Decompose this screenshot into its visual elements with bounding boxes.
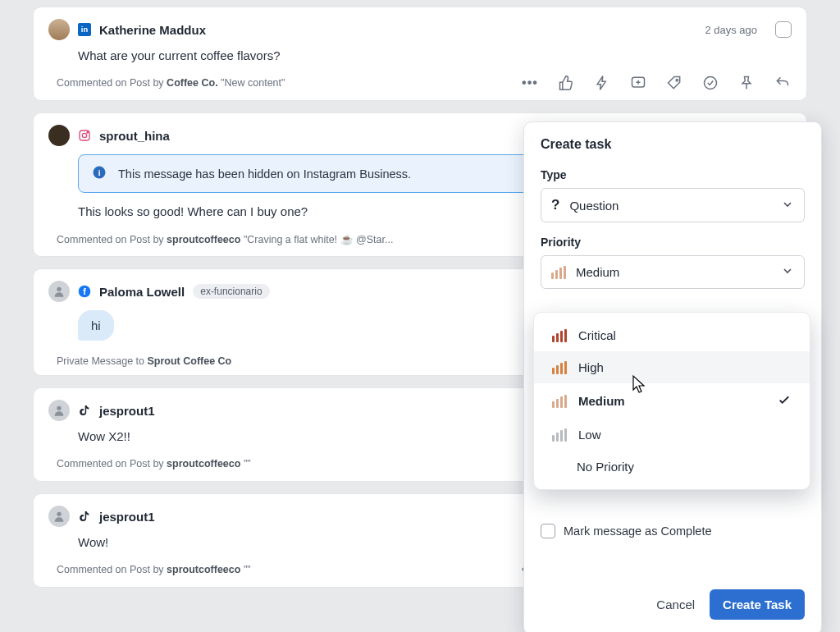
option-label: High: [578, 360, 604, 374]
meta-prefix: Commented on Post by: [57, 458, 167, 469]
svg-text:i: i: [98, 168, 101, 177]
priority-option-low[interactable]: Low: [534, 419, 810, 451]
author-name[interactable]: jesprout1: [99, 404, 155, 418]
priority-option-medium[interactable]: Medium: [534, 383, 810, 419]
type-label: Type: [541, 168, 805, 181]
option-label: Medium: [578, 394, 625, 408]
action-bar: •••: [521, 74, 792, 92]
panel-title: Create task: [541, 137, 805, 152]
tag-icon[interactable]: [665, 74, 683, 92]
svg-point-4: [705, 77, 717, 89]
svg-point-3: [676, 79, 678, 81]
chat-bubble: hi: [78, 310, 114, 341]
svg-point-6: [82, 133, 86, 137]
meta-quote: "": [240, 458, 250, 469]
chevron-down-icon: [781, 264, 794, 280]
avatar: [48, 281, 70, 302]
author-name[interactable]: Katherine Maddux: [99, 23, 206, 37]
author-name[interactable]: jesprout1: [99, 510, 155, 524]
priority-option-none[interactable]: No Priority: [534, 451, 810, 483]
complete-icon[interactable]: [701, 74, 719, 92]
linkedin-icon: in: [78, 23, 91, 36]
mark-complete-row[interactable]: Mark message as Complete: [541, 524, 805, 538]
meta-prefix: Commented on Post by: [57, 234, 167, 245]
meta-prefix: Commented on Post by: [57, 77, 167, 89]
svg-point-7: [87, 132, 88, 133]
question-icon: ?: [551, 197, 559, 213]
message-body: What are your current coffee flavors?: [78, 48, 792, 62]
option-label: No Priority: [577, 460, 634, 474]
type-dropdown[interactable]: ? Question: [541, 188, 805, 222]
svg-point-10: [57, 287, 61, 291]
meta-quote: "": [240, 564, 250, 575]
priority-bars-icon: [551, 266, 566, 279]
card-header: in Katherine Maddux 2 days ago: [48, 19, 792, 40]
cancel-button[interactable]: Cancel: [656, 598, 695, 611]
priority-option-critical[interactable]: Critical: [534, 319, 810, 351]
meta-quote: "Craving a flat white! ☕ @Star...: [240, 234, 393, 245]
pin-icon[interactable]: [737, 74, 756, 92]
facebook-icon: f: [78, 285, 91, 298]
author-name[interactable]: sprout_hina: [99, 129, 170, 143]
mark-complete-checkbox[interactable]: [541, 524, 555, 538]
svg-point-13: [57, 406, 61, 410]
svg-text:in: in: [81, 25, 89, 34]
create-task-button[interactable]: Create Task: [710, 589, 805, 620]
reply-icon[interactable]: [774, 74, 792, 92]
tiktok-icon: [78, 510, 91, 523]
meta-author: sproutcoffeeco: [167, 458, 240, 469]
message-card: in Katherine Maddux 2 days ago What are …: [33, 7, 807, 101]
timestamp: 2 days ago: [705, 24, 757, 36]
chevron-down-icon: [781, 198, 794, 213]
select-checkbox[interactable]: [775, 21, 792, 38]
comment-icon[interactable]: [629, 74, 647, 92]
priority-bars-icon: [552, 428, 567, 442]
meta-author: sproutcoffeeco: [167, 564, 240, 575]
meta-author: Coffee Co.: [167, 77, 218, 89]
meta-author: sproutcoffeeco: [167, 234, 240, 245]
avatar: [48, 125, 70, 146]
check-icon: [777, 392, 792, 410]
meta-prefix: Private Message to: [57, 355, 147, 367]
priority-value: Medium: [576, 265, 619, 279]
user-tag: ex-funcionario: [193, 284, 269, 299]
meta-quote: "New content": [218, 77, 285, 89]
avatar: [48, 506, 70, 527]
priority-bars-icon: [552, 361, 567, 374]
banner-text: This message has been hidden on Instagra…: [118, 167, 411, 181]
priority-bars-icon: [552, 329, 567, 342]
option-label: Low: [578, 428, 601, 442]
mark-complete-label: Mark message as Complete: [564, 524, 712, 538]
option-label: Critical: [578, 328, 616, 342]
more-icon[interactable]: •••: [521, 74, 539, 92]
type-value: Question: [569, 199, 619, 213]
meta-row: Commented on Post by Coffee Co. "New con…: [57, 74, 792, 92]
svg-text:f: f: [83, 286, 86, 296]
priority-dropdown[interactable]: Medium: [541, 255, 805, 289]
author-name[interactable]: Paloma Lowell: [99, 285, 185, 299]
like-icon[interactable]: [557, 74, 575, 92]
priority-option-high[interactable]: High: [534, 351, 810, 383]
info-icon: i: [92, 165, 107, 182]
avatar: [48, 19, 70, 40]
priority-menu: Critical High Medium Low No Priority: [533, 312, 810, 490]
boost-icon[interactable]: [593, 74, 611, 92]
priority-bars-icon: [552, 395, 567, 408]
svg-point-14: [57, 512, 61, 516]
meta-target: Sprout Coffee Co: [147, 355, 231, 367]
panel-footer: Cancel Create Task: [541, 589, 805, 620]
instagram-icon: [78, 129, 91, 142]
tiktok-icon: [78, 404, 91, 417]
priority-label: Priority: [541, 236, 805, 249]
avatar: [48, 400, 70, 421]
meta-prefix: Commented on Post by: [57, 564, 167, 575]
